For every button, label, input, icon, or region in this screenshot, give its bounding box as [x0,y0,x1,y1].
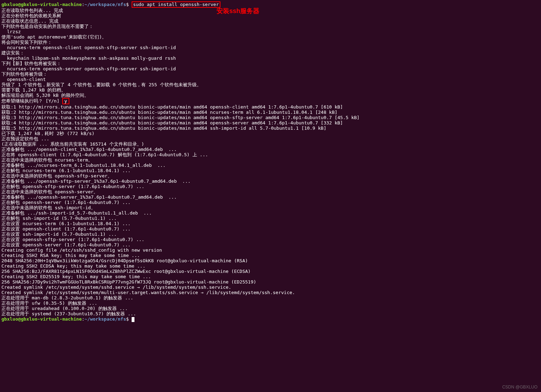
output-line: 正在设置 ncurses-term (6.1-1ubuntu1.18.04.1)… [1,221,540,226]
output-line: 正在解包 openssh-server (1:7.6p1-4ubuntu0.7)… [1,200,540,205]
output-line: 正在处理用于 ufw (0.35-5) 的触发器 ... [1,300,540,306]
output-line: 正在处理用于 man-db (2.8.3-2ubuntu0.1) 的触发器 ..… [1,295,540,300]
output-line: 256 SHA256:J7Dy9vi2hTwmFGGUoTL8RxBkCSRUp… [1,279,540,285]
output-line: 已下载 1,247 kB，耗时 2秒 (772 kB/s) [1,131,540,136]
output-line: 下列【新】软件包将被安装： [1,61,540,66]
output-line: 正在设置 openssh-server (1:7.6p1-4ubuntu0.7)… [1,242,540,247]
prompt-line-1: gbxluo@gbxluo-virtual-machine:~/workspac… [1,1,540,8]
output-line: 正在将 openssh-client (1:7.6p1-4ubuntu0.7) … [1,152,540,157]
output-line: Created symlink /etc/systemd/system/mult… [1,290,540,295]
watermark: CSDN @GBXLUO [502,385,537,390]
output-line: keychain libpam-ssh monkeysphere ssh-ask… [1,55,540,61]
output-line: ncurses-term openssh-server openssh-sftp… [1,66,540,71]
output-line: 2048 SHA256:20H+IqVBwx3iikWotzgaO54/Gsrc… [1,258,540,263]
output-line: lrzsz [1,29,540,34]
output-line: 256 SHA256:BzJ/FAXR81tp4pxLN1SF0OOd4SmLx… [1,269,540,274]
output-line: 使用'sudo apt autoremove'来卸载它(它们)。 [1,34,540,40]
output-line: 正在设置 openssh-sftp-server (1:7.6p1-4ubunt… [1,237,540,242]
output-line: 正准备解包 .../ncurses-term_6.1-1ubuntu1.18.0… [1,163,540,168]
prompt-path: ~/workspace/nfs [85,2,126,7]
output-line: 正在设置 openssh-client (1:7.6p1-4ubuntu0.7)… [1,226,540,232]
output-line: 建议安装： [1,50,540,55]
output-line: 正在处理用于 ureadahead (0.100.0-20) 的触发器 ... [1,306,540,311]
output-line: 下列软件包将被升级： [1,71,540,77]
output-line: 获取:1 http://mirrors.tuna.tsinghua.edu.cn… [1,104,540,110]
output-line: 正在设置 ssh-import-id (5.7-0ubuntu1.1) ... [1,232,540,237]
output-line: 正准备解包 .../openssh-client_1%3a7.6p1-4ubun… [1,147,540,152]
annotation-label: 安装ssh服务器 [217,8,259,14]
output-line: Created symlink /etc/systemd/system/sshd… [1,285,540,290]
prompt-line-2: gbxluo@gbxluo-virtual-machine:~/workspac… [1,316,540,322]
output-line: Creating SSH2 ECDSA key; this may take s… [1,263,540,269]
output-line: (正在读取数据库 ... 系统当前共安装有 165714 个文件和目录。) [1,141,540,147]
output-line: 获取:4 http://mirrors.tuna.tsinghua.edu.cn… [1,120,540,125]
terminal-output[interactable]: gbxluo@gbxluo-virtual-machine:~/workspac… [1,1,540,322]
command-highlighted: sudo apt install openssh-server [132,1,220,8]
output-line: Creating config file /etc/ssh/sshd_confi… [1,247,540,253]
output-line: 正准备解包 .../openssh-server_1%3a7.6p1-4ubun… [1,194,540,200]
output-line: openssh-client [1,77,540,82]
input-y-highlighted: y [62,98,69,104]
output-line: 正在选中未选择的软件包 ncurses-term。 [1,157,540,163]
output-line: 升级了 1 个软件包，新安装了 4 个软件包，要卸载 0 个软件包，有 255 … [1,82,540,87]
output-line: 获取:2 http://mirrors.tuna.tsinghua.edu.cn… [1,110,540,115]
output-line: 正在选中未选择的软件包 openssh-server。 [1,189,540,194]
output-line: 正在预设定软件包 ... [1,136,540,141]
output-line: 需要下载 1,247 kB 的归档。 [1,87,540,93]
output-line: 正在解包 ssh-import-id (5.7-0ubuntu1.1) ... [1,216,540,221]
prompt-user: gbxluo@gbxluo-virtual-machine [1,2,82,7]
output-line: Creating SSH2 RSA key; this may take som… [1,253,540,258]
output-line: 正在解包 ncurses-term (6.1-1ubuntu1.18.04.1)… [1,168,540,173]
output-line: 正准备解包 .../ssh-import-id_5.7-0ubuntu1.1_a… [1,210,540,216]
output-line: 正在解包 openssh-sftp-server (1:7.6p1-4ubunt… [1,184,540,189]
output-line: ncurses-term openssh-client openssh-sftp… [1,45,540,50]
output-line: 正在读取软件包列表... 完成 [1,8,540,13]
cursor-icon [132,317,134,322]
output-line: 正在选中未选择的软件包 ssh-import-id。 [1,205,540,210]
output-line: 解压缩后会消耗 5,320 kB 的额外空间。 [1,93,540,98]
confirm-line: 您希望继续执行吗？ [Y/n] y [1,98,540,104]
output-line: 获取:5 http://mirrors.tuna.tsinghua.edu.cn… [1,125,540,131]
output-line: Creating SSH2 ED25519 key; this may take… [1,274,540,279]
output-line: 正准备解包 .../openssh-sftp-server_1%3a7.6p1-… [1,179,540,184]
output-line: 正在选中未选择的软件包 openssh-sftp-server。 [1,173,540,179]
output-line: 正在读取状态信息... 完成 [1,18,540,24]
output-line: 正在分析软件包的依赖关系树 [1,13,540,18]
output-line: 下列软件包是自动安装的并且现在不需要了： [1,24,540,29]
output-line: 将会同时安装下列软件： [1,40,540,45]
output-line: 正在处理用于 systemd (237-3ubuntu10.57) 的触发器 .… [1,311,540,316]
output-line: 获取:3 http://mirrors.tuna.tsinghua.edu.cn… [1,115,540,120]
